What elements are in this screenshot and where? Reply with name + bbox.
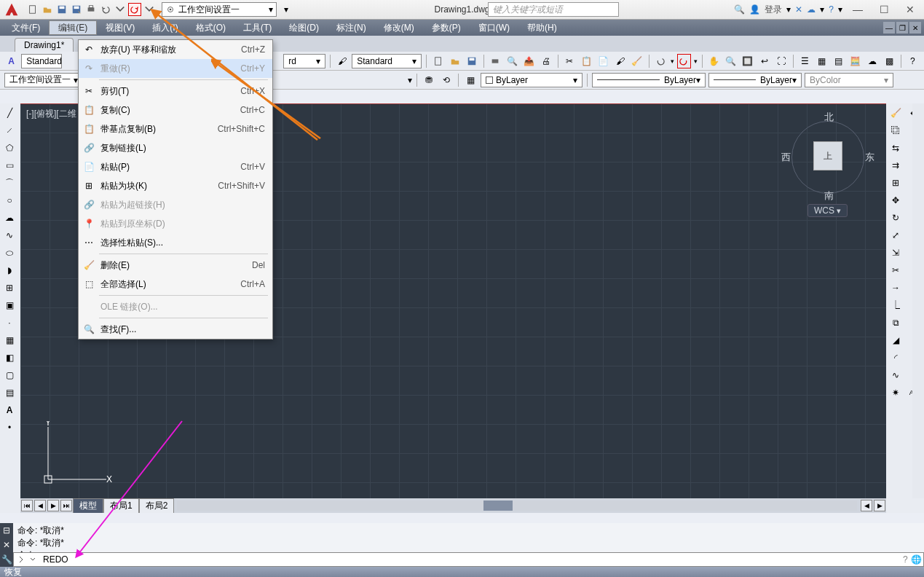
move-icon[interactable]: ✥ (888, 192, 904, 208)
help-dropdown-icon[interactable]: ▾ (838, 4, 842, 15)
markup-icon[interactable]: ▩ (882, 54, 896, 68)
context-menu-item[interactable]: 📋复制(C)Ctrl+C (79, 101, 272, 119)
undo-dropdown-icon[interactable] (114, 3, 127, 16)
cmd-dropdown-icon[interactable] (30, 557, 36, 562)
close-button[interactable]: ✕ (899, 2, 921, 17)
layout-tab-model[interactable]: 模型 (73, 498, 103, 514)
revcloud-icon[interactable]: ☁ (1, 210, 17, 226)
maximize-button[interactable]: ☐ (873, 2, 895, 17)
arc-icon[interactable]: ⌒ (1, 175, 17, 191)
spline-icon[interactable]: ∿ (1, 227, 17, 243)
sheet-icon[interactable]: ▦ (815, 54, 829, 68)
login-dropdown-icon[interactable]: ▾ (786, 4, 791, 15)
command-input[interactable] (40, 554, 901, 565)
explode-icon[interactable]: ✷ (888, 385, 904, 401)
menu-view[interactable]: 视图(V) (97, 20, 143, 35)
viewcube-west[interactable]: 西 (781, 151, 791, 164)
menu-modify[interactable]: 修改(M) (375, 20, 423, 35)
properties-icon[interactable]: ☰ (798, 54, 812, 68)
menu-draw[interactable]: 绘图(D) (280, 20, 328, 35)
copy-icon[interactable]: 📋 (580, 54, 593, 68)
mdi-close-button[interactable]: ✕ (909, 22, 921, 34)
circle-icon[interactable]: ○ (1, 192, 17, 208)
blend-icon[interactable]: ∿ (888, 367, 904, 383)
dim-style-combo[interactable]: rd▾ (283, 54, 325, 68)
login-label[interactable]: 登录 (765, 4, 782, 16)
erase2-icon[interactable]: 🧹 (888, 105, 904, 121)
linetype-combo[interactable]: ByLayer▾ (592, 73, 706, 87)
zoom-icon[interactable]: 🔍 (724, 54, 738, 68)
cmd-hide-icon[interactable]: ✕ (0, 538, 13, 552)
redo-dd-icon[interactable]: ▾ (694, 58, 698, 65)
chamfer-icon[interactable]: ◢ (888, 332, 904, 348)
new-icon[interactable] (26, 3, 39, 16)
extend-icon[interactable]: → (888, 280, 904, 296)
ellipse-icon[interactable]: ⬭ (1, 245, 17, 261)
tool-palette-icon[interactable]: ▤ (832, 54, 845, 68)
3dprint-icon[interactable]: 🖨 (539, 54, 553, 68)
exchange-icon[interactable]: ✕ (795, 4, 802, 15)
stretch-icon[interactable]: ⇲ (888, 245, 904, 261)
open-file-icon[interactable] (449, 54, 462, 68)
mtext-icon[interactable]: A (1, 402, 17, 418)
new-file-icon[interactable] (431, 54, 445, 68)
viewport-label[interactable]: [-][俯视][二维 (26, 108, 76, 120)
mdi-minimize-button[interactable]: — (883, 22, 895, 34)
minimize-button[interactable]: — (847, 2, 869, 17)
rectangle-icon[interactable]: ▭ (1, 157, 17, 173)
brush-icon[interactable]: 🖌 (335, 54, 349, 68)
undo-dd-icon[interactable]: ▾ (671, 58, 674, 65)
fillet-icon[interactable]: ◜ (888, 350, 904, 366)
menu-dim[interactable]: 标注(N) (328, 20, 375, 35)
command-history[interactable]: 命令: *取消* 命令: *取消* 命令: (13, 523, 924, 552)
gradient-icon[interactable]: ◧ (1, 350, 17, 366)
menu-tools[interactable]: 工具(T) (234, 20, 280, 35)
line-icon[interactable]: ╱ (1, 105, 17, 121)
saveas-icon[interactable] (70, 3, 83, 16)
ellipse-arc-icon[interactable]: ◗ (1, 262, 17, 278)
open-icon[interactable] (41, 3, 54, 16)
context-menu-item[interactable]: ↶放弃(U) 平移和缩放Ctrl+Z (79, 40, 272, 59)
cmd-globe-icon[interactable]: 🌐 (911, 554, 922, 565)
menu-help[interactable]: 帮助(H) (518, 20, 566, 35)
help-icon[interactable]: ? (829, 4, 834, 15)
tab-first-icon[interactable]: ⏮ (21, 500, 33, 511)
save-icon[interactable] (55, 3, 68, 16)
undo-icon[interactable] (99, 3, 112, 16)
redo2-icon[interactable] (677, 54, 691, 68)
workspace-dropdown[interactable]: 工作空间设置一 ▾ (162, 2, 277, 17)
document-tab[interactable]: Drawing1* (15, 38, 74, 52)
context-menu-item[interactable]: ⬚全部选择(L)Ctrl+A (79, 275, 272, 294)
menu-insert[interactable]: 插入(I) (143, 20, 186, 35)
layer-states-icon[interactable]: ⛃ (422, 73, 436, 87)
undo2-icon[interactable] (653, 54, 667, 68)
viewcube-top[interactable]: 上 (813, 141, 842, 170)
zoom-window-icon[interactable]: 🔲 (741, 54, 754, 68)
color-combo[interactable]: ByColor▾ (805, 73, 893, 87)
addselect-icon[interactable]: • (1, 420, 17, 436)
table-icon[interactable]: ▤ (1, 385, 17, 401)
context-menu-item[interactable]: 🧹删除(E)Del (79, 256, 272, 275)
cut-icon[interactable]: ✂ (563, 54, 577, 68)
redo-dropdown-icon[interactable] (143, 3, 156, 16)
menu-file[interactable]: 文件(F) (3, 20, 49, 35)
hatch-icon[interactable]: ▦ (1, 332, 17, 348)
zoom-extents-icon[interactable]: ⛶ (775, 54, 789, 68)
match-icon[interactable]: 🖌 (613, 54, 627, 68)
tab-next-icon[interactable]: ▶ (47, 500, 59, 511)
design-center-icon[interactable]: ☁ (865, 54, 879, 68)
preview-icon[interactable]: 🔍 (505, 54, 519, 68)
layer-prev-icon[interactable]: ⟲ (439, 73, 454, 87)
chevron-down-icon[interactable]: ▾ (408, 75, 412, 85)
search-icon[interactable]: 🔍 (734, 4, 745, 15)
menu-format[interactable]: 格式(O) (187, 20, 234, 35)
print-icon[interactable] (84, 3, 98, 16)
layer-combo[interactable]: ByLayer▾ (481, 73, 583, 87)
command-line[interactable]: ? 🌐 (13, 552, 924, 567)
table-style-combo[interactable]: Standard▾ (352, 54, 422, 68)
viewcube[interactable]: 北 西 东 南 上 WCS ▾ (784, 111, 872, 213)
cloud-icon[interactable]: ☁ (807, 4, 816, 15)
cmd-options-icon[interactable]: 🔧 (0, 552, 13, 567)
zoom-prev-icon[interactable]: ↩ (757, 54, 771, 68)
scrollbar-thumb[interactable] (483, 501, 513, 511)
